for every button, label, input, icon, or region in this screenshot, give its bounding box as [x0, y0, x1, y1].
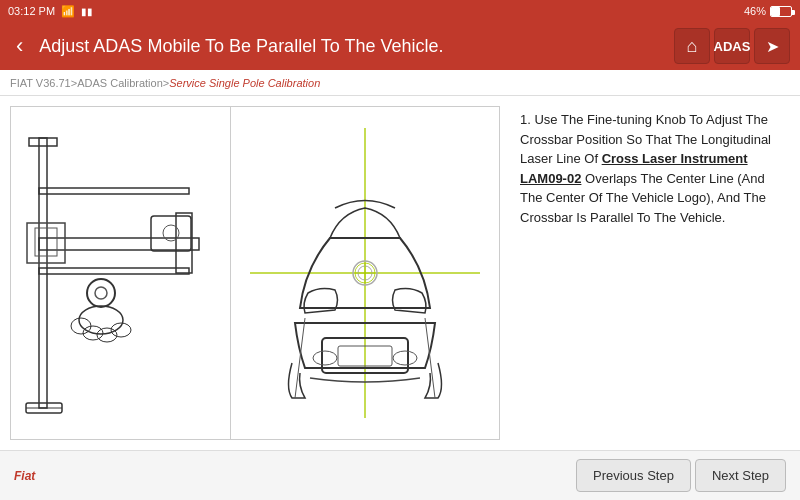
- breadcrumb-version: FIAT V36.71: [10, 77, 71, 89]
- car-svg: [250, 128, 480, 418]
- status-right: 46%: [744, 5, 792, 17]
- instruction-number: 1.: [520, 112, 531, 127]
- next-step-button[interactable]: Next Step: [695, 459, 786, 492]
- page-title: Adjust ADAS Mobile To Be Parallel To The…: [39, 36, 664, 57]
- header: ‹ Adjust ADAS Mobile To Be Parallel To T…: [0, 22, 800, 70]
- instruction-text: 1. Use The Fine-tuning Knob To Adjust Th…: [520, 110, 786, 227]
- svg-rect-4: [27, 223, 65, 263]
- share-icon: ➤: [766, 37, 779, 56]
- car-image: [231, 107, 499, 439]
- breadcrumb-section: ADAS Calibration: [77, 77, 163, 89]
- svg-point-24: [393, 351, 417, 365]
- breadcrumb: FIAT V36.71 > ADAS Calibration > Service…: [0, 70, 800, 96]
- svg-point-23: [313, 351, 337, 365]
- brand-label: Fiat: [14, 469, 35, 483]
- home-icon: ⌂: [687, 36, 698, 57]
- svg-rect-1: [29, 138, 57, 146]
- equipment-svg: [21, 128, 221, 418]
- svg-rect-3: [176, 213, 192, 273]
- navigation-buttons: Previous Step Next Step: [576, 459, 786, 492]
- equipment-image: [11, 107, 231, 439]
- svg-rect-7: [39, 268, 189, 274]
- back-button[interactable]: ‹: [10, 31, 29, 61]
- header-icons: ⌂ ADAS ➤: [674, 28, 790, 64]
- footer: Fiat Previous Step Next Step: [0, 450, 800, 500]
- instruction-area: 1. Use The Fine-tuning Knob To Adjust Th…: [510, 96, 800, 450]
- main-content: 1. Use The Fine-tuning Knob To Adjust Th…: [0, 96, 800, 450]
- svg-rect-15: [151, 216, 191, 251]
- svg-rect-0: [39, 138, 47, 408]
- svg-point-9: [95, 287, 107, 299]
- image-area: [0, 96, 510, 450]
- adas-icon: ADAS: [714, 39, 751, 54]
- svg-point-8: [87, 279, 115, 307]
- wifi-icon: 📶: [61, 5, 75, 18]
- image-panel: [10, 106, 500, 440]
- previous-step-button[interactable]: Previous Step: [576, 459, 691, 492]
- status-left: 03:12 PM 📶 ▮▮: [8, 5, 93, 18]
- signal-icon: ▮▮: [81, 6, 93, 17]
- battery-percent: 46%: [744, 5, 766, 17]
- adas-button[interactable]: ADAS: [714, 28, 750, 64]
- status-bar: 03:12 PM 📶 ▮▮ 46%: [0, 0, 800, 22]
- battery-icon: [770, 6, 792, 17]
- breadcrumb-page: Service Single Pole Calibration: [169, 77, 320, 89]
- share-button[interactable]: ➤: [754, 28, 790, 64]
- svg-rect-6: [39, 188, 189, 194]
- home-button[interactable]: ⌂: [674, 28, 710, 64]
- time-display: 03:12 PM: [8, 5, 55, 17]
